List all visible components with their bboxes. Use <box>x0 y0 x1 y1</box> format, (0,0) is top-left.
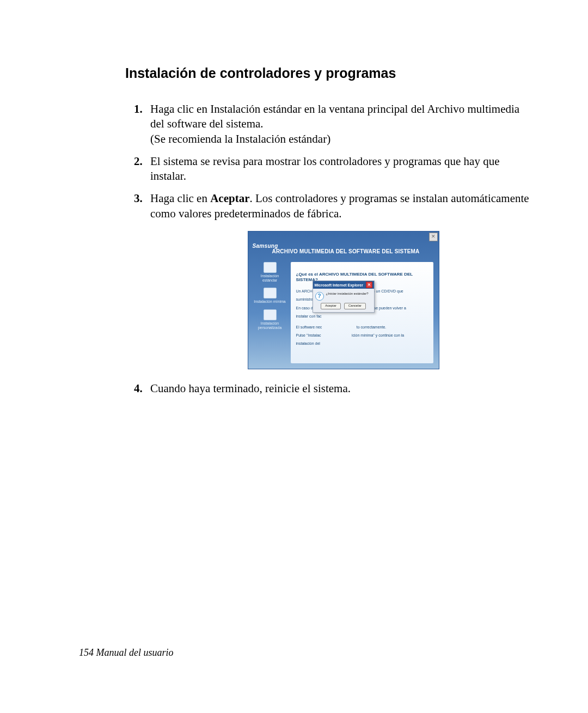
step-4: Cuando haya terminado, reinicie el siste… <box>134 381 536 396</box>
confirm-dialog: Microsoft Internet Explorer ✕ ? ¿Iniciar… <box>313 281 375 313</box>
screenshot-header: Samsung ARCHIVO MULTIMEDIA DEL SOFTWARE … <box>253 242 434 255</box>
app-title: ARCHIVO MULTIMEDIA DEL SOFTWARE DEL SIST… <box>272 248 434 255</box>
accept-button[interactable]: Aceptar <box>321 303 341 309</box>
step-1: Haga clic en Instalación estándar en la … <box>134 102 536 147</box>
step-4-text: Cuando haya terminado, reinicie el siste… <box>150 382 351 395</box>
content-line-5-left: El software nec <box>296 325 322 329</box>
sidebar-item-minimal[interactable]: Instalación mínima <box>254 288 286 304</box>
sidebar-item-standard[interactable]: Instalación estándar <box>254 262 286 282</box>
installer-content-panel: ¿Qué es el ARCHIVO MULTIMEDIA DEL SOFTWA… <box>291 262 433 363</box>
dialog-button-row: Aceptar Cancelar <box>313 303 374 312</box>
instruction-list: Haga clic en Instalación estándar en la … <box>134 102 536 396</box>
document-page: Instalación de controladores y programas… <box>0 0 588 713</box>
dialog-title-text: Microsoft Internet Explorer <box>315 283 363 288</box>
sidebar-item-custom[interactable]: Instalación personalizada <box>254 309 286 330</box>
dialog-close-icon[interactable]: ✕ <box>366 282 372 288</box>
custom-install-icon <box>264 309 277 320</box>
step-3-text-a: Haga clic en <box>150 192 210 205</box>
dialog-titlebar: Microsoft Internet Explorer ✕ <box>313 281 374 289</box>
installer-screenshot: ✕ Samsung ARCHIVO MULTIMEDIA DEL SOFTWAR… <box>248 231 439 369</box>
content-line-5-right: to correctamente. <box>357 325 386 329</box>
sidebar-label-standard: Instalación estándar <box>261 274 279 282</box>
standard-install-icon <box>264 262 277 273</box>
dialog-body: ? ¿Iniciar instalación estándar? <box>313 289 374 303</box>
cancel-button[interactable]: Cancelar <box>344 303 366 309</box>
install-sidebar: Instalación estándar Instalación mínima … <box>254 262 286 330</box>
content-line-5: El software nec xxxxxxxxxxxxxxxxx to cor… <box>296 325 428 330</box>
step-1-text-a: Haga clic en Instalación estándar en la … <box>150 102 519 130</box>
dialog-message: ¿Iniciar instalación estándar? <box>326 292 369 296</box>
step-1-text-b: (Se recomienda la Instalación estándar) <box>150 132 330 145</box>
minimal-install-icon <box>264 288 277 298</box>
content-line-4: instalar con fac <box>296 314 428 319</box>
page-footer: 154 Manual del usuario <box>79 647 174 659</box>
step-2: El sistema se revisa para mostrar los co… <box>134 154 536 184</box>
section-heading: Instalación de controladores y programas <box>125 65 536 81</box>
content-line-7: instalación del <box>296 341 428 346</box>
content-line-6: Pulse "Instalac xxxxxxxxxxxxxxx ición mí… <box>296 333 428 338</box>
content-line-6-left: Pulse "Instalac <box>296 333 321 337</box>
content-line-6-right: ición mínima" y continúe con la <box>352 333 404 337</box>
sidebar-label-minimal: Instalación mínima <box>254 300 285 303</box>
step-3: Haga clic en Aceptar. Los controladores … <box>134 191 536 369</box>
content-line-7-left: instalación del <box>296 342 320 345</box>
screenshot-container: ✕ Samsung ARCHIVO MULTIMEDIA DEL SOFTWAR… <box>150 231 536 369</box>
step-2-text: El sistema se revisa para mostrar los co… <box>150 155 499 182</box>
sidebar-label-custom: Instalación personalizada <box>258 321 282 330</box>
step-3-bold: Aceptar <box>210 192 249 205</box>
window-close-icon[interactable]: ✕ <box>429 233 438 241</box>
content-line-4-left: instalar con fac <box>296 314 322 318</box>
question-mark-icon: ? <box>315 292 324 301</box>
